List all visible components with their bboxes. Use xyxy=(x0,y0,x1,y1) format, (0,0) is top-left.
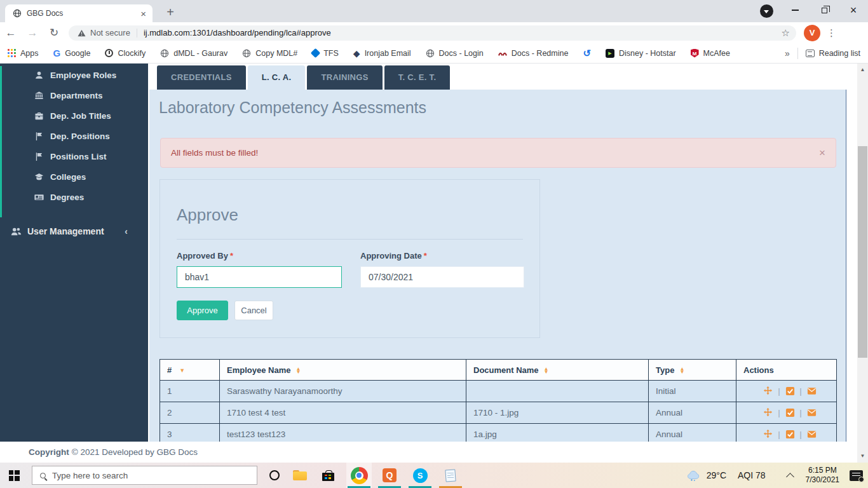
cancel-button[interactable]: Cancel xyxy=(234,301,273,320)
tab-close-icon[interactable]: × xyxy=(140,8,146,19)
row-employee: test123 test123 xyxy=(220,424,466,442)
scrollbar-thumb[interactable] xyxy=(858,146,867,358)
security-label[interactable]: Not secure xyxy=(90,28,130,37)
microsoft-store-button[interactable] xyxy=(315,463,341,488)
bookmark-disney-hotstar[interactable]: ▶ Disney - Hotstar xyxy=(606,49,676,58)
row-type: Annual xyxy=(649,402,736,424)
header-num[interactable]: #▼ xyxy=(160,360,220,381)
approving-date-field[interactable] xyxy=(360,266,524,288)
tab-lca[interactable]: L. C. A. xyxy=(248,65,306,90)
close-button[interactable]: × xyxy=(839,0,868,20)
move-icon[interactable] xyxy=(763,386,773,396)
taskbar-search[interactable] xyxy=(32,466,257,485)
move-icon[interactable] xyxy=(763,430,773,439)
header-employee-name[interactable]: Employee Name▲▼ xyxy=(220,360,466,381)
bookmark-ironjab-email[interactable]: ◆ Ironjab Email xyxy=(353,49,411,58)
search-input[interactable] xyxy=(52,471,230,480)
sidebar-submenu: Employee Roles Departments Dep. Job Titl… xyxy=(0,65,148,207)
page-scrollbar[interactable]: ▲ ▼ xyxy=(857,64,868,463)
address-bar[interactable]: Not secure ij.mdlab.com:1301/dashboard/p… xyxy=(69,25,796,41)
page-viewport: Employee Roles Departments Dep. Job Titl… xyxy=(0,64,868,463)
envelope-icon[interactable] xyxy=(807,430,817,439)
bookmark-star-icon[interactable]: ☆ xyxy=(782,27,790,39)
content-tabs: CREDENTIALS L. C. A. TRAININGS T. C. E. … xyxy=(157,65,450,90)
sidebar-item-user-management[interactable]: User Management ‹ xyxy=(0,220,148,243)
bookmark-history[interactable]: ↺ xyxy=(583,48,591,58)
q-app-button[interactable]: Q xyxy=(377,463,402,488)
browser-tab-strip: GBG Docs × + × xyxy=(0,0,868,22)
row-actions: | | xyxy=(736,402,837,424)
table-row: 3 test123 test123 1a.jpg Annual | | xyxy=(160,424,837,442)
cortana-icon xyxy=(269,470,280,480)
sidebar-item-positions-list[interactable]: Positions List xyxy=(0,146,148,166)
restore-icon xyxy=(822,8,827,13)
store-bag-icon xyxy=(322,470,334,481)
sidebar-item-colleges[interactable]: Colleges xyxy=(0,166,148,187)
scroll-up-arrow[interactable]: ▲ xyxy=(857,65,868,75)
folder-icon xyxy=(293,470,307,480)
bookmark-clockify[interactable]: Clockify xyxy=(105,49,146,58)
bookmark-dmdl[interactable]: dMDL - Gaurav xyxy=(160,49,227,58)
tab-search-button[interactable] xyxy=(760,4,773,18)
approved-by-field[interactable] xyxy=(177,266,342,288)
alert-close-icon[interactable]: × xyxy=(819,147,825,159)
id-card-icon xyxy=(34,193,44,202)
sidebar-item-dep-positions[interactable]: Dep. Positions xyxy=(0,126,148,146)
sort-icon: ▲▼ xyxy=(544,367,549,374)
bookmark-apps[interactable]: Apps xyxy=(8,49,39,58)
new-tab-button[interactable]: + xyxy=(161,4,179,22)
url-text[interactable]: ij.mdlab.com:1301/dashboard/pending/lca#… xyxy=(144,28,782,37)
minimize-button[interactable] xyxy=(780,0,810,20)
sidebar-item-employee-roles[interactable]: Employee Roles xyxy=(0,65,148,85)
notepad-button[interactable] xyxy=(438,463,463,488)
approve-check-icon[interactable] xyxy=(785,430,795,439)
maximize-button[interactable] xyxy=(810,0,839,20)
tab-trainings[interactable]: TRAININGS xyxy=(307,65,382,90)
header-document-name[interactable]: Document Name▲▼ xyxy=(466,360,649,381)
bookmark-mcafee[interactable]: M McAfee xyxy=(691,49,730,58)
back-button[interactable]: ← xyxy=(0,27,22,39)
file-explorer-button[interactable] xyxy=(287,463,313,488)
move-icon[interactable] xyxy=(763,408,773,417)
envelope-icon[interactable] xyxy=(807,386,817,396)
approve-check-icon[interactable] xyxy=(785,386,795,396)
weather-widget[interactable]: 29°C AQI 78 xyxy=(686,470,766,482)
reload-button[interactable]: ↻ xyxy=(43,26,65,39)
windows-logo-icon xyxy=(9,470,20,481)
browser-tab[interactable]: GBG Docs × xyxy=(5,4,153,22)
start-button[interactable] xyxy=(0,463,28,488)
sidebar-item-dep-job-titles[interactable]: Dep. Job Titles xyxy=(0,105,148,126)
weather-temp: 29°C xyxy=(707,470,726,480)
sidebar-item-departments[interactable]: Departments xyxy=(0,85,148,105)
envelope-icon[interactable] xyxy=(807,408,817,417)
user-icon xyxy=(34,71,44,80)
tab-tcet[interactable]: T. C. E. T. xyxy=(384,65,451,90)
flag-icon xyxy=(34,132,44,141)
profile-avatar[interactable]: V xyxy=(804,25,820,41)
chrome-button[interactable] xyxy=(346,463,372,488)
tray-chevron-up-icon[interactable] xyxy=(786,473,794,481)
skype-button[interactable]: S xyxy=(407,463,433,488)
scroll-down-arrow[interactable]: ▼ xyxy=(857,451,868,461)
approve-check-icon[interactable] xyxy=(785,408,795,417)
sidebar-item-degrees[interactable]: Degrees xyxy=(0,187,148,207)
warning-icon xyxy=(78,29,86,37)
bookmark-docs-redmine[interactable]: Docs - Redmine xyxy=(498,48,569,59)
cortana-button[interactable] xyxy=(262,463,287,488)
bookmark-copy-mdl[interactable]: Copy MDL# xyxy=(242,49,297,58)
header-type[interactable]: Type▲▼ xyxy=(649,360,736,381)
header-actions: Actions xyxy=(736,360,837,381)
row-num-highlighted: 2 xyxy=(160,402,220,424)
tab-credentials[interactable]: CREDENTIALS xyxy=(157,65,246,90)
approve-button[interactable]: Approve xyxy=(177,301,228,320)
browser-menu-icon[interactable]: ⋮ xyxy=(827,27,836,39)
taskbar-clock[interactable]: 6:15 PM 7/30/2021 xyxy=(806,466,839,485)
reading-list-label[interactable]: Reading list xyxy=(819,49,860,58)
globe-icon xyxy=(242,49,251,58)
bookmark-docs-login[interactable]: Docs - Login xyxy=(426,49,484,58)
action-center-icon[interactable] xyxy=(850,470,863,481)
bookmarks-overflow-chevron[interactable]: » xyxy=(785,48,790,58)
bookmark-google[interactable]: G Google xyxy=(53,48,91,58)
bookmark-tfs[interactable]: TFS xyxy=(312,49,339,58)
forward-button[interactable]: → xyxy=(22,27,43,39)
